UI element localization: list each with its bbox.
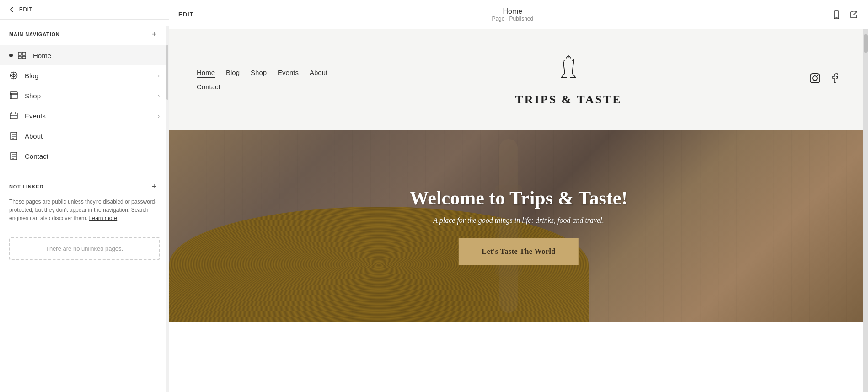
svg-rect-2	[18, 56, 21, 59]
edit-button[interactable]: EDIT	[178, 11, 194, 18]
svg-line-23	[854, 11, 857, 15]
nav-links-row-1: Home Blog Shop Events About	[197, 69, 327, 76]
learn-more-link[interactable]: Learn more	[89, 215, 117, 221]
not-linked-label: NOT LINKED	[9, 184, 43, 189]
sidebar-item-home[interactable]: Home	[0, 45, 169, 65]
nav-link-shop[interactable]: Shop	[251, 69, 267, 76]
sidebar-header: EDIT	[0, 0, 169, 20]
svg-rect-3	[22, 56, 26, 59]
nav-link-events[interactable]: Events	[278, 69, 299, 76]
sidebar-item-blog[interactable]: Blog ›	[0, 65, 169, 86]
hero-title: Welcome to Trips & Taste!	[239, 187, 798, 209]
nav-link-home[interactable]: Home	[197, 69, 215, 76]
brand-logo	[550, 53, 587, 89]
chevron-right-icon: ›	[158, 72, 160, 79]
site-brand: TRIPS & TASTE	[327, 53, 809, 107]
external-link-icon	[849, 10, 859, 20]
no-unlinked-pages-box: There are no unlinked pages.	[9, 237, 160, 260]
svg-rect-17	[11, 152, 17, 160]
page-title: Home	[492, 7, 533, 16]
nav-links-row-2: Contact	[197, 83, 327, 91]
svg-point-32	[813, 76, 817, 81]
svg-line-30	[569, 56, 571, 58]
home-icon	[17, 51, 27, 60]
svg-rect-0	[18, 52, 21, 55]
blog-icon	[9, 71, 18, 80]
preview-area: Home Blog Shop Events About Contact	[169, 29, 868, 392]
page-status: Page · Published	[492, 16, 533, 22]
sidebar-scrollbar[interactable]	[166, 26, 169, 392]
main-nav-section: MAIN NAVIGATION +	[0, 20, 169, 45]
not-linked-title-row: NOT LINKED +	[9, 181, 160, 192]
facebook-icon[interactable]	[830, 73, 841, 86]
back-button[interactable]: EDIT	[9, 6, 32, 13]
brand-name: TRIPS & TASTE	[515, 93, 622, 107]
website-header: Home Blog Shop Events About Contact	[169, 29, 868, 130]
nav-link-about[interactable]: About	[310, 69, 327, 76]
svg-rect-6	[10, 93, 17, 99]
not-linked-description: These pages are public unless they're di…	[9, 198, 160, 222]
instagram-icon[interactable]	[809, 73, 820, 86]
not-linked-section: NOT LINKED + These pages are public unle…	[0, 174, 169, 230]
chevron-left-icon	[9, 6, 14, 13]
chevron-right-icon: ›	[158, 113, 160, 119]
main-nav-title: MAIN NAVIGATION	[9, 32, 60, 37]
svg-point-24	[563, 62, 564, 64]
not-linked-desc-text: These pages are public unless they're di…	[9, 199, 156, 221]
page-info: Home Page · Published	[492, 7, 533, 22]
no-unlinked-label: There are no unlinked pages.	[46, 245, 123, 252]
sidebar: EDIT MAIN NAVIGATION + Home	[0, 0, 169, 392]
sidebar-item-label: Home	[33, 52, 160, 59]
add-nav-item-button[interactable]: +	[149, 29, 160, 40]
svg-line-28	[566, 56, 568, 58]
svg-rect-31	[810, 74, 820, 83]
site-nav: Home Blog Shop Events About Contact	[197, 69, 327, 91]
active-indicator	[9, 54, 13, 57]
svg-point-27	[572, 60, 573, 61]
preview-scrollbar[interactable]	[863, 29, 868, 392]
sidebar-item-label: Shop	[25, 92, 158, 100]
hero-subtitle: A place for the good things in life: dri…	[239, 216, 798, 225]
svg-point-25	[564, 60, 565, 61]
sidebar-item-label: Contact	[25, 152, 160, 160]
top-bar: EDIT Home Page · Published	[169, 0, 868, 29]
events-icon	[9, 111, 18, 120]
sidebar-item-shop[interactable]: Shop ›	[0, 86, 169, 106]
svg-point-33	[817, 75, 818, 76]
sidebar-item-label: Events	[25, 112, 158, 120]
shop-icon	[9, 91, 18, 100]
sidebar-item-label: Blog	[25, 72, 158, 80]
svg-rect-1	[22, 52, 26, 55]
sidebar-item-about[interactable]: About	[0, 126, 169, 146]
nav-items-list: Home Blog › Shop	[0, 45, 169, 166]
about-icon	[9, 131, 18, 140]
svg-rect-9	[10, 113, 17, 119]
sidebar-item-contact[interactable]: Contact	[0, 146, 169, 166]
svg-rect-13	[11, 132, 17, 140]
hero-content: Welcome to Trips & Taste! A place for th…	[239, 187, 798, 265]
add-unlinked-button[interactable]: +	[149, 181, 160, 192]
mobile-icon	[831, 10, 841, 20]
hero-section: Welcome to Trips & Taste! A place for th…	[169, 130, 868, 322]
mobile-preview-button[interactable]	[831, 10, 841, 20]
chevron-right-icon: ›	[158, 92, 160, 99]
sidebar-scrollbar-thumb	[166, 45, 168, 100]
preview-scrollbar-thumb	[864, 34, 868, 53]
contact-icon	[9, 151, 18, 161]
main-area: EDIT Home Page · Published	[169, 0, 868, 392]
nav-link-contact[interactable]: Contact	[197, 83, 220, 91]
social-icons	[809, 73, 841, 86]
sidebar-item-label: About	[25, 132, 160, 140]
top-bar-actions	[831, 10, 859, 20]
svg-point-26	[573, 62, 574, 64]
website-preview: Home Blog Shop Events About Contact	[169, 29, 868, 392]
hero-cta-button[interactable]: Let's Taste The World	[459, 238, 579, 265]
back-label: EDIT	[19, 6, 32, 13]
sidebar-item-events[interactable]: Events ›	[0, 106, 169, 126]
nav-link-blog[interactable]: Blog	[226, 69, 240, 76]
external-link-button[interactable]	[849, 10, 859, 20]
